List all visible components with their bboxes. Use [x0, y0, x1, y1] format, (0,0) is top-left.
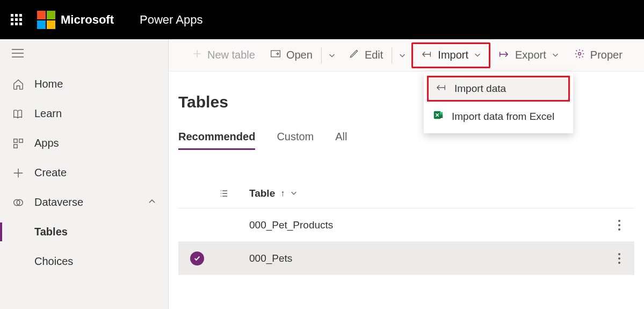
sidebar-item-home[interactable]: Home — [0, 69, 168, 99]
column-header-label: Table — [249, 188, 275, 199]
svg-rect-11 — [440, 117, 443, 118]
brand: Microsoft — [37, 11, 114, 29]
row-more-button[interactable] — [604, 253, 634, 264]
tab-custom[interactable]: Custom — [277, 131, 314, 150]
global-header: Microsoft Power Apps — [0, 0, 644, 39]
chevron-down-icon — [474, 49, 481, 61]
cmd-label: New table — [207, 49, 255, 61]
row-more-button[interactable] — [604, 220, 634, 231]
cmd-label: Export — [515, 49, 546, 61]
dataverse-icon — [12, 197, 25, 209]
table-row[interactable]: 000_Pets — [178, 242, 634, 275]
svg-rect-0 — [14, 139, 17, 142]
sidebar-subitem-tables[interactable]: Tables — [0, 217, 168, 247]
sidebar-item-dataverse[interactable]: Dataverse — [0, 188, 168, 217]
import-data-menuitem[interactable]: Import data — [429, 77, 568, 100]
open-button[interactable]: Open — [263, 44, 320, 67]
import-icon — [435, 83, 447, 95]
book-icon — [12, 108, 25, 120]
svg-rect-9 — [440, 113, 443, 115]
chevron-up-icon — [148, 196, 156, 209]
cmd-label: Proper — [590, 49, 623, 61]
svg-rect-8 — [440, 112, 443, 114]
import-excel-menuitem[interactable]: Import data from Excel — [424, 103, 573, 130]
command-bar: New table Open Edit — [169, 39, 644, 71]
cmd-label: Import — [438, 49, 468, 61]
import-icon — [421, 49, 432, 61]
divider — [392, 47, 392, 63]
main-area: New table Open Edit — [169, 39, 644, 309]
chevron-down-icon — [290, 188, 298, 199]
svg-rect-2 — [14, 144, 17, 147]
sidebar-subitem-choices[interactable]: Choices — [0, 247, 168, 276]
sidebar-item-label: Home — [34, 78, 63, 90]
gear-icon — [574, 48, 585, 62]
hamburger-button[interactable] — [0, 39, 168, 69]
sidebar-subitem-label: Choices — [34, 255, 73, 267]
app-launcher-icon[interactable] — [11, 14, 22, 25]
tables-grid: Table ↑ 000_Pet_Products — [178, 181, 634, 275]
export-button[interactable]: Export — [490, 44, 567, 67]
import-dropdown: Import data Import data from Excel — [424, 71, 573, 133]
sidebar-item-apps[interactable]: Apps — [0, 128, 168, 158]
tab-recommended[interactable]: Recommended — [178, 131, 255, 150]
brand-name: Microsoft — [61, 13, 114, 27]
menuitem-label: Import data from Excel — [452, 111, 554, 123]
sidebar-item-label: Create — [34, 167, 67, 179]
row-name: 000_Pet_Products — [249, 219, 333, 231]
sidebar-item-learn[interactable]: Learn — [0, 99, 168, 128]
sidebar-item-create[interactable]: Create — [0, 158, 168, 188]
apps-icon — [12, 138, 25, 149]
microsoft-logo-icon — [37, 11, 55, 29]
new-table-button[interactable]: New table — [185, 44, 263, 67]
sidebar-item-label: Learn — [34, 107, 62, 120]
home-icon — [12, 78, 25, 90]
edit-button[interactable]: Edit — [341, 44, 390, 67]
row-select[interactable] — [178, 251, 216, 265]
svg-rect-1 — [19, 139, 23, 142]
svg-rect-10 — [440, 115, 443, 117]
open-chevron-button[interactable] — [323, 44, 341, 67]
cmd-label: Open — [286, 49, 313, 61]
divider — [321, 47, 322, 63]
sidebar-subitem-label: Tables — [34, 226, 68, 238]
excel-icon — [432, 109, 444, 124]
menuitem-label: Import data — [454, 83, 506, 95]
import-button[interactable]: Import — [413, 44, 489, 67]
more-icon — [618, 253, 620, 264]
svg-point-6 — [578, 53, 581, 55]
table-header-row: Table ↑ — [178, 181, 634, 209]
open-icon — [270, 49, 281, 61]
plus-icon — [12, 167, 25, 179]
tabs: Recommended Custom All — [178, 131, 634, 150]
tab-all[interactable]: All — [335, 131, 347, 150]
chevron-down-icon — [552, 49, 559, 61]
table-row[interactable]: 000_Pet_Products — [178, 209, 634, 242]
view-options-button[interactable] — [216, 189, 249, 198]
app-name: Power Apps — [140, 13, 202, 27]
sidebar-item-label: Dataverse — [34, 196, 83, 209]
sort-asc-icon: ↑ — [280, 189, 285, 198]
column-header-name[interactable]: Table ↑ — [249, 188, 604, 199]
checkmark-icon — [190, 251, 204, 265]
pencil-icon — [349, 48, 359, 62]
properties-button[interactable]: Proper — [567, 44, 630, 67]
cmd-label: Edit — [365, 49, 383, 61]
sidebar: Home Learn Apps Create Dataverse — [0, 39, 169, 309]
row-name: 000_Pets — [249, 253, 292, 264]
sidebar-item-label: Apps — [34, 137, 59, 149]
import-data-highlight: Import data — [427, 76, 570, 102]
more-icon — [618, 220, 620, 231]
edit-chevron-button[interactable] — [393, 44, 411, 67]
export-icon — [498, 49, 510, 61]
import-button-highlight: Import — [411, 42, 490, 68]
plus-icon — [192, 49, 202, 61]
